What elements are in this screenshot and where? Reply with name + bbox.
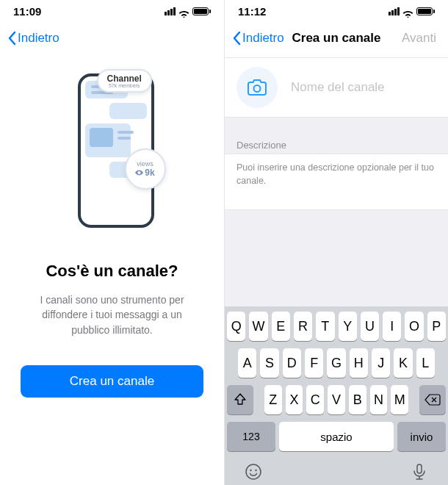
keyboard-row-2: A S D F G H J K L	[227, 348, 446, 378]
channel-illustration: Channel 57k members views 9k	[57, 60, 167, 242]
svg-point-3	[255, 470, 256, 471]
views-badge: views 9k	[125, 148, 166, 190]
key-a[interactable]: A	[238, 348, 256, 378]
status-bar: 11:12	[225, 0, 448, 22]
key-r[interactable]: R	[294, 312, 312, 341]
status-time: 11:09	[13, 5, 41, 18]
backspace-icon	[424, 394, 441, 406]
battery-icon	[416, 7, 435, 15]
microphone-icon[interactable]	[411, 463, 428, 481]
key-k[interactable]: K	[394, 348, 412, 378]
badge-title: Channel	[107, 74, 142, 83]
name-row: Nome del canale	[225, 57, 448, 118]
key-shift[interactable]	[227, 385, 253, 414]
svg-point-1	[246, 464, 261, 479]
back-button[interactable]: Indietro	[7, 31, 59, 46]
key-l[interactable]: L	[416, 348, 435, 378]
back-label: Indietro	[18, 31, 59, 46]
key-n[interactable]: N	[370, 385, 388, 414]
key-y[interactable]: Y	[339, 312, 357, 341]
channel-name-input[interactable]: Nome del canale	[291, 80, 385, 95]
views-label: views	[137, 161, 153, 168]
key-p[interactable]: P	[427, 312, 446, 341]
chevron-left-icon	[7, 31, 16, 46]
key-c[interactable]: C	[306, 385, 324, 414]
key-z[interactable]: Z	[264, 385, 282, 414]
nav-bar: Indietro Crea un canale Avanti	[225, 22, 448, 54]
key-b[interactable]: B	[349, 385, 366, 414]
key-backspace[interactable]	[419, 385, 446, 414]
emoji-icon[interactable]	[245, 463, 262, 481]
key-t[interactable]: T	[316, 312, 334, 341]
key-space[interactable]: spazio	[279, 422, 394, 451]
svg-point-0	[254, 85, 261, 92]
battery-icon	[192, 7, 211, 15]
keyboard-row-4: 123 spazio invio	[227, 422, 446, 451]
chevron-left-icon	[232, 31, 241, 46]
key-x[interactable]: X	[286, 385, 303, 414]
description-help: Puoi inserire una descrizione opzionale …	[236, 162, 436, 187]
shift-icon	[234, 393, 247, 406]
description-section[interactable]: Puoi inserire una descrizione opzionale …	[225, 154, 448, 210]
key-m[interactable]: M	[391, 385, 408, 414]
channel-badge: Channel 57k members	[97, 69, 152, 93]
badge-subtitle: 57k members	[107, 83, 142, 88]
status-indicators	[389, 7, 435, 15]
key-enter[interactable]: invio	[397, 422, 446, 451]
status-time: 11:12	[238, 5, 266, 18]
key-v[interactable]: V	[328, 385, 345, 414]
create-channel-button[interactable]: Crea un canale	[21, 365, 203, 398]
key-j[interactable]: J	[372, 348, 390, 378]
svg-rect-4	[417, 464, 422, 473]
wifi-icon	[402, 7, 413, 15]
key-o[interactable]: O	[405, 312, 423, 341]
key-d[interactable]: D	[283, 348, 301, 378]
key-f[interactable]: F	[305, 348, 323, 378]
views-count: 9k	[145, 168, 154, 178]
camera-icon	[248, 79, 267, 96]
wifi-icon	[178, 7, 189, 15]
intro-description: I canali sono uno strumento per diffonde…	[21, 292, 203, 337]
eye-icon	[135, 170, 143, 176]
keyboard-bottom	[227, 459, 446, 482]
key-h[interactable]: H	[350, 348, 368, 378]
back-button[interactable]: Indietro	[232, 31, 284, 46]
signal-icon	[165, 7, 176, 15]
key-w[interactable]: W	[249, 312, 267, 341]
keyboard-row-1: Q W E R T Y U I O P	[227, 312, 446, 341]
nav-bar: Indietro	[0, 22, 224, 54]
status-bar: 11:09	[0, 0, 224, 22]
key-u[interactable]: U	[361, 312, 379, 341]
keyboard-row-3: Z X C V B N M	[227, 385, 446, 414]
status-indicators	[165, 7, 211, 15]
next-button[interactable]: Avanti	[402, 31, 441, 46]
intro-title: Cos'è un canale?	[46, 262, 178, 281]
svg-point-2	[250, 470, 251, 471]
form-content: Nome del canale Descrizione Puoi inserir…	[225, 54, 448, 485]
key-i[interactable]: I	[383, 312, 401, 341]
keyboard: Q W E R T Y U I O P A S D F G H J K L	[225, 306, 448, 485]
key-q[interactable]: Q	[227, 312, 245, 341]
channel-photo-button[interactable]	[236, 67, 278, 108]
key-numbers[interactable]: 123	[227, 422, 275, 451]
back-label: Indietro	[242, 31, 284, 46]
phone-create-form: 11:12 Indietro Crea un canale Avanti	[224, 0, 448, 485]
signal-icon	[389, 7, 400, 15]
key-g[interactable]: G	[327, 348, 345, 378]
key-e[interactable]: E	[272, 312, 290, 341]
description-header: Descrizione	[225, 135, 448, 154]
phone-intro: 11:09 Indietro	[0, 0, 224, 485]
key-s[interactable]: S	[260, 348, 278, 378]
intro-content: Channel 57k members views 9k Cos'è un ca…	[0, 54, 224, 485]
